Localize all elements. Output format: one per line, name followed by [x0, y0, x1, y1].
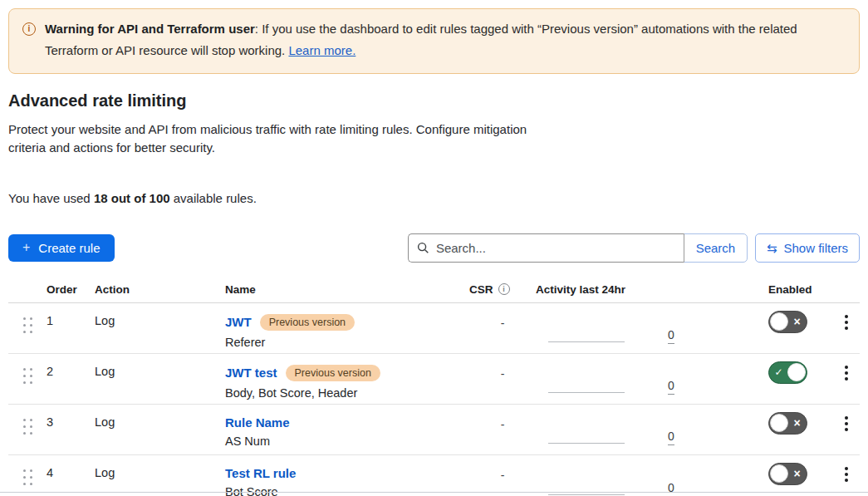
- search-input[interactable]: [408, 233, 684, 263]
- toggle-knob: [787, 363, 806, 381]
- activity-sparkline: [548, 494, 625, 495]
- previous-version-badge: Previous version: [260, 314, 355, 331]
- table-header-row: Order Action Name CSR i Activity last 24…: [8, 280, 860, 303]
- header-spacer: [833, 296, 860, 302]
- rule-name-link[interactable]: Rule Name: [225, 415, 290, 430]
- activity-sparkline: [548, 392, 625, 393]
- activity-count-link[interactable]: 0: [668, 379, 674, 395]
- table-row: 1 Log JWT Previous version Referer - 0 ×: [8, 303, 860, 354]
- toggle-state-icon: ×: [788, 417, 806, 429]
- kebab-menu-button[interactable]: [840, 415, 853, 454]
- table-row: 3 Log Rule Name AS Num - 0 ×: [8, 405, 860, 455]
- swap-arrows-icon: ⇆: [767, 242, 777, 254]
- usage-count: 18 out of 100: [94, 191, 170, 205]
- drag-handle-icon[interactable]: [23, 317, 32, 333]
- table-row: 2 Log JWT test Previous version Body, Bo…: [8, 354, 860, 405]
- rule-csr-value: -: [469, 303, 536, 353]
- toolbar: + Create rule Search ⇆ Show filters: [8, 233, 860, 263]
- rule-order: 4: [47, 455, 95, 496]
- enabled-toggle[interactable]: ×: [768, 412, 807, 435]
- rule-csr-value: -: [469, 405, 536, 454]
- create-rule-label: Create rule: [38, 241, 100, 255]
- rule-action: Log: [95, 354, 225, 404]
- csr-info-icon[interactable]: i: [498, 283, 510, 295]
- warning-banner: i Warning for API and Terraform user: If…: [8, 8, 860, 74]
- page-description: Protect your website and API from malici…: [8, 120, 533, 158]
- warning-banner-text: Warning for API and Terraform user: If y…: [45, 18, 844, 62]
- toggle-state-icon: ✓: [770, 367, 787, 377]
- bottom-divider: [0, 492, 868, 493]
- usage-summary: You have used 18 out of 100 available ru…: [8, 191, 860, 205]
- search-icon: [417, 242, 429, 254]
- activity-count-link[interactable]: 0: [668, 430, 674, 445]
- rule-order: 3: [47, 405, 95, 454]
- rule-name-link[interactable]: Test RL rule: [225, 466, 296, 480]
- info-circle-icon: i: [22, 22, 36, 36]
- search-button[interactable]: Search: [684, 233, 748, 263]
- toggle-knob: [770, 312, 788, 331]
- enabled-toggle[interactable]: ×: [768, 463, 807, 485]
- header-order: Order: [47, 283, 95, 302]
- rule-criteria: Referer: [225, 336, 469, 349]
- activity-sparkline: [548, 443, 625, 444]
- drag-handle-icon[interactable]: [23, 469, 32, 485]
- header-enabled: Enabled: [768, 283, 833, 302]
- drag-handle-icon[interactable]: [23, 368, 32, 384]
- learn-more-link[interactable]: Learn more.: [288, 43, 356, 57]
- activity-count-link[interactable]: 0: [668, 328, 674, 344]
- plus-icon: +: [22, 240, 30, 255]
- enabled-toggle[interactable]: ×: [768, 311, 807, 333]
- drag-handle-icon[interactable]: [23, 419, 32, 435]
- rule-order: 1: [47, 303, 95, 353]
- usage-prefix: You have used: [8, 191, 91, 205]
- header-action: Action: [95, 283, 225, 302]
- activity-sparkline: [548, 341, 625, 342]
- usage-suffix: available rules.: [174, 191, 257, 205]
- rule-criteria: Body, Bot Score, Header: [225, 386, 469, 400]
- rule-criteria: Bot Score: [225, 485, 469, 496]
- table-body: 1 Log JWT Previous version Referer - 0 ×: [8, 303, 860, 496]
- header-spacer: [8, 296, 47, 302]
- search-group: Search ⇆ Show filters: [408, 233, 860, 263]
- header-name: Name: [225, 283, 469, 302]
- warning-title: Warning for API and Terraform user: [45, 22, 255, 36]
- rule-criteria: AS Num: [225, 435, 469, 448]
- activity-count-link[interactable]: 0: [668, 481, 674, 496]
- show-filters-label: Show filters: [783, 241, 848, 255]
- toggle-knob: [770, 464, 788, 483]
- kebab-menu-button[interactable]: [840, 364, 853, 404]
- rule-action: Log: [95, 455, 225, 496]
- rule-name-link[interactable]: JWT: [225, 315, 252, 329]
- rule-name-link[interactable]: JWT test: [225, 366, 277, 380]
- previous-version-badge: Previous version: [286, 365, 380, 381]
- rule-action: Log: [95, 303, 225, 353]
- rule-csr-value: -: [469, 354, 536, 404]
- rule-csr-value: -: [469, 455, 536, 496]
- rules-table: Order Action Name CSR i Activity last 24…: [8, 280, 860, 496]
- kebab-menu-button[interactable]: [840, 313, 853, 353]
- enabled-toggle[interactable]: ✓: [768, 361, 807, 384]
- show-filters-button[interactable]: ⇆ Show filters: [755, 233, 860, 263]
- toggle-state-icon: ×: [788, 316, 806, 327]
- header-activity: Activity last 24hr: [536, 283, 768, 302]
- page-title: Advanced rate limiting: [8, 91, 860, 110]
- header-csr: CSR i: [469, 283, 536, 302]
- rule-order: 2: [47, 354, 95, 404]
- table-row: 4 Log Test RL rule Bot Score - 0 ×: [8, 455, 860, 496]
- rule-action: Log: [95, 405, 225, 454]
- create-rule-button[interactable]: + Create rule: [8, 234, 115, 262]
- toggle-state-icon: ×: [788, 468, 806, 479]
- toggle-knob: [770, 414, 788, 432]
- advanced-rate-limiting-page: i Warning for API and Terraform user: If…: [0, 0, 868, 496]
